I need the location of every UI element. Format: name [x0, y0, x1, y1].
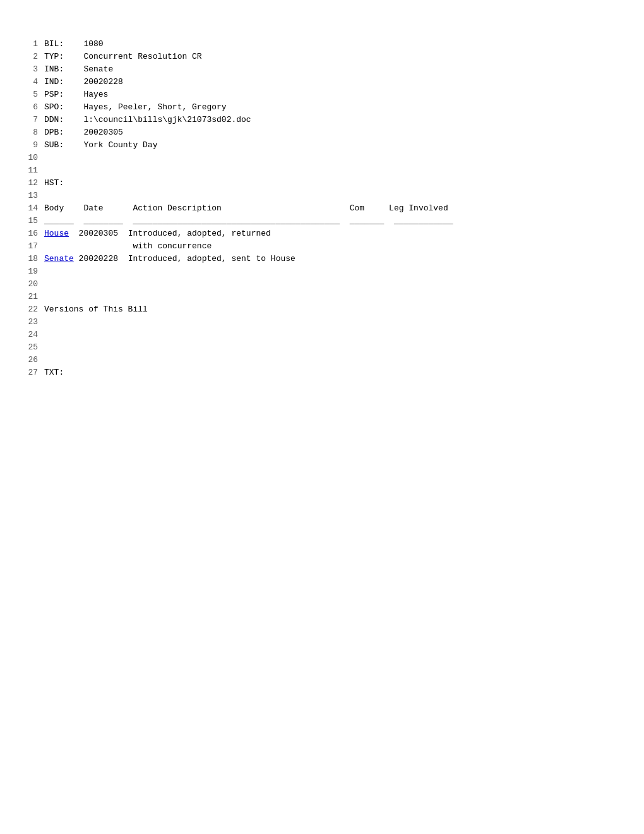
line-num-23: 23: [25, 316, 38, 329]
line-ddn: DDN: l:\council\bills\gjk\21073sd02.doc: [44, 114, 619, 126]
line-num-24: 24: [25, 329, 38, 341]
house-date: 20020305 Introduced, adopted, returned: [69, 227, 271, 240]
line-sub: SUB: York County Day: [44, 139, 619, 152]
psp-label: PSP: Hayes: [44, 88, 108, 101]
line-num-11: 11: [25, 164, 38, 177]
line-num-12: 12: [25, 177, 38, 190]
line-num-2: 2: [25, 51, 38, 63]
line-num-8: 8: [25, 126, 38, 139]
line-bil: BIL: 1080: [44, 38, 619, 51]
txt-label: TXT:: [44, 366, 64, 379]
line-num-6: 6: [25, 101, 38, 114]
line-num-13: 13: [25, 190, 38, 202]
house-continuation-text: with concurrence: [44, 240, 212, 253]
history-header-text: Body Date Action Description Com Leg Inv…: [44, 202, 448, 215]
line-21: [44, 291, 619, 303]
line-inb: INB: Senate: [44, 63, 619, 76]
line-versions: Versions of This Bill: [44, 303, 619, 316]
hst-label: HST:: [44, 177, 64, 190]
typ-label: TYP: Concurrent Resolution CR: [44, 51, 202, 63]
line-spo: SPO: Hayes, Peeler, Short, Gregory: [44, 101, 619, 114]
history-separator: ______ ________ ________________________…: [44, 215, 619, 227]
line-num-10: 10: [25, 152, 38, 164]
spo-label: SPO: Hayes, Peeler, Short, Gregory: [44, 101, 227, 114]
line-19: [44, 265, 619, 278]
senate-date: 20020228 Introduced, adopted, sent to Ho…: [74, 253, 295, 265]
history-header: Body Date Action Description Com Leg Inv…: [44, 202, 619, 215]
line-26: [44, 354, 619, 366]
line-num-22: 22: [25, 303, 38, 316]
line-num-5: 5: [25, 88, 38, 101]
versions-title: Versions of This Bill: [44, 303, 148, 316]
line-num-19: 19: [25, 265, 38, 278]
line-num-17: 17: [25, 240, 38, 253]
bil-label: BIL: 1080: [44, 38, 104, 51]
house-link[interactable]: House: [44, 227, 69, 240]
line-24: [44, 329, 619, 341]
line-num-9: 9: [25, 139, 38, 152]
history-row-house-continuation: with concurrence: [44, 240, 619, 253]
line-num-25: 25: [25, 341, 38, 354]
dpb-label: DPB: 20020305: [44, 126, 123, 139]
main-content: 1 2 3 4 5 6 7 8 9 10 11 12 13 14 15 16 1…: [25, 38, 619, 379]
ind-label: IND: 20020228: [44, 76, 123, 88]
line-num-15: 15: [25, 215, 38, 227]
history-row-senate: Senate 20020228 Introduced, adopted, sen…: [44, 253, 619, 265]
line-num-4: 4: [25, 76, 38, 88]
line-num-21: 21: [25, 291, 38, 303]
inb-label: INB: Senate: [44, 63, 113, 76]
code-area: BIL: 1080 TYP: Concurrent Resolution CR …: [44, 38, 619, 379]
line-hst: HST:: [44, 177, 619, 190]
line-num-18: 18: [25, 253, 38, 265]
line-txt: TXT:: [44, 366, 619, 379]
ddn-label: DDN: l:\council\bills\gjk\21073sd02.doc: [44, 114, 251, 126]
line-11: [44, 164, 619, 177]
line-num-20: 20: [25, 278, 38, 291]
line-num-14: 14: [25, 202, 38, 215]
line-25: [44, 341, 619, 354]
line-numbers: 1 2 3 4 5 6 7 8 9 10 11 12 13 14 15 16 1…: [25, 38, 44, 379]
line-typ: TYP: Concurrent Resolution CR: [44, 51, 619, 63]
line-20: [44, 278, 619, 291]
line-ind: IND: 20020228: [44, 76, 619, 88]
line-10: [44, 152, 619, 164]
history-row-house: House 20020305 Introduced, adopted, retu…: [44, 227, 619, 240]
line-num-27: 27: [25, 366, 38, 379]
line-dpb: DPB: 20020305: [44, 126, 619, 139]
sub-label: SUB: York County Day: [44, 139, 157, 152]
line-13: [44, 190, 619, 202]
line-num-3: 3: [25, 63, 38, 76]
senate-link[interactable]: Senate: [44, 253, 74, 265]
line-num-26: 26: [25, 354, 38, 366]
line-num-7: 7: [25, 114, 38, 126]
history-separator-text: ______ ________ ________________________…: [44, 215, 453, 227]
line-psp: PSP: Hayes: [44, 88, 619, 101]
line-23: [44, 316, 619, 329]
line-num-1: 1: [25, 38, 38, 51]
line-num-16: 16: [25, 227, 38, 240]
